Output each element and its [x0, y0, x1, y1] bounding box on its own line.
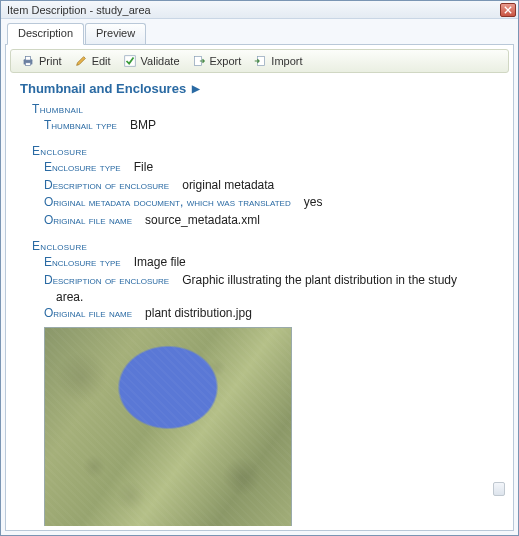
pencil-icon	[74, 54, 88, 68]
tab-description[interactable]: Description	[7, 23, 84, 45]
scroll-handle[interactable]	[493, 482, 505, 496]
window-frame: Item Description - study_area Descriptio…	[0, 0, 519, 536]
button-label: Validate	[141, 55, 180, 67]
enclosure-group: Enclosure Enclosure type Image file Desc…	[32, 239, 499, 526]
button-label: Import	[271, 55, 302, 67]
field-label: Description of enclosure	[44, 273, 169, 287]
import-icon	[253, 54, 267, 68]
tab-label: Preview	[96, 27, 135, 39]
field-label: Original file name	[44, 213, 132, 227]
enclosure-image	[44, 327, 292, 526]
group-heading: Enclosure	[32, 144, 499, 158]
field-label: Description of enclosure	[44, 178, 169, 192]
titlebar: Item Description - study_area	[1, 1, 518, 19]
field-value: BMP	[130, 118, 156, 132]
close-icon	[504, 6, 512, 14]
content-area: Thumbnail and Enclosures ▶ Thumbnail Thu…	[10, 73, 509, 526]
tab-preview[interactable]: Preview	[85, 23, 146, 45]
tab-strip: Description Preview	[5, 23, 514, 45]
import-button[interactable]: Import	[247, 52, 308, 70]
export-icon	[192, 54, 206, 68]
thumbnail-group: Thumbnail Thumbnail type BMP	[32, 102, 499, 134]
button-label: Print	[39, 55, 62, 67]
field-label: Enclosure type	[44, 255, 121, 269]
expand-icon: ▶	[192, 83, 200, 94]
field-label: Original metadata document, which was tr…	[44, 195, 291, 209]
field-value: Image file	[134, 255, 186, 269]
close-button[interactable]	[500, 3, 516, 17]
window-title: Item Description - study_area	[7, 4, 500, 16]
svg-rect-1	[25, 57, 30, 61]
check-icon	[123, 54, 137, 68]
tab-label: Description	[18, 27, 73, 39]
field-value: original metadata	[182, 178, 274, 192]
field-label: Original file name	[44, 306, 132, 320]
enclosure-group: Enclosure Enclosure type File Descriptio…	[32, 144, 499, 229]
field-value: plant distribution.jpg	[145, 306, 252, 320]
svg-rect-2	[25, 63, 30, 66]
tab-pane: Print Edit Validate	[5, 44, 514, 531]
field-label: Enclosure type	[44, 160, 121, 174]
export-button[interactable]: Export	[186, 52, 248, 70]
validate-button[interactable]: Validate	[117, 52, 186, 70]
edit-button[interactable]: Edit	[68, 52, 117, 70]
field-value-cont: area.	[56, 290, 499, 304]
group-heading: Enclosure	[32, 239, 499, 253]
client-area: Description Preview Print	[1, 19, 518, 535]
toolbar: Print Edit Validate	[10, 49, 509, 73]
field-value: source_metadata.xml	[145, 213, 260, 227]
field-label: Thumbnail type	[44, 118, 117, 132]
button-label: Export	[210, 55, 242, 67]
group-heading: Thumbnail	[32, 102, 499, 116]
section-header[interactable]: Thumbnail and Enclosures ▶	[20, 81, 499, 96]
field-value: File	[134, 160, 153, 174]
button-label: Edit	[92, 55, 111, 67]
field-value: yes	[304, 195, 323, 209]
field-value: Graphic illustrating the plant distribut…	[182, 273, 457, 287]
section-title: Thumbnail and Enclosures	[20, 81, 186, 96]
print-icon	[21, 54, 35, 68]
print-button[interactable]: Print	[15, 52, 68, 70]
